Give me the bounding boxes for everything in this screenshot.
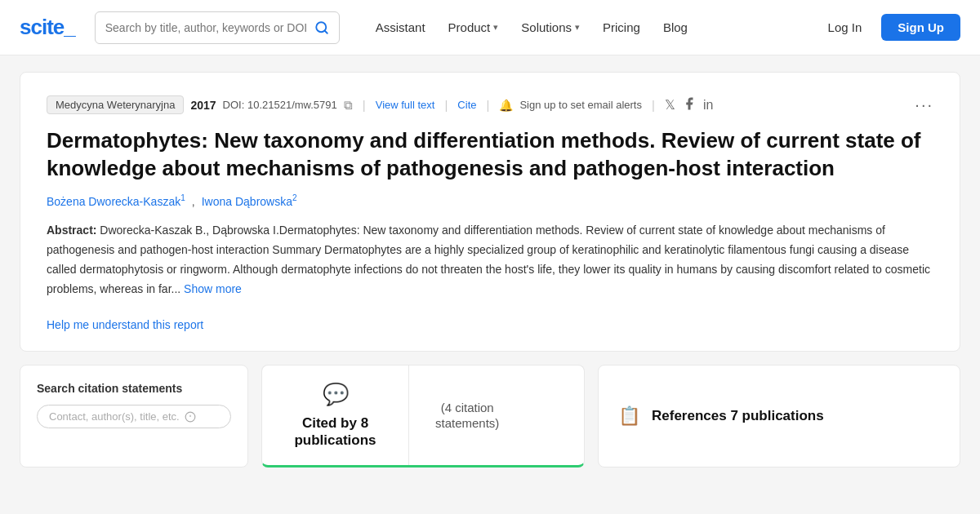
- panel-refs[interactable]: 📋 References 7 publications: [598, 365, 960, 467]
- paper-year: 2017: [190, 99, 216, 112]
- chevron-down-icon: ▾: [575, 22, 580, 33]
- bottom-panels: Search citation statements Contact, auth…: [20, 365, 960, 467]
- search-citations-title: Search citation statements: [37, 382, 231, 395]
- navbar: scite_ Assistant Product ▾ Solutions ▾ P…: [0, 0, 980, 55]
- twitter-icon[interactable]: 𝕏: [665, 97, 675, 113]
- panel-search: Search citation statements Contact, auth…: [20, 365, 248, 467]
- paper-title: Dermatophytes: New taxonomy and differen…: [47, 127, 933, 183]
- nav-label-blog: Blog: [663, 20, 688, 34]
- copy-icon[interactable]: ⧉: [344, 98, 353, 113]
- author-name-1: Bożena Dworecka-Kaszak: [47, 195, 180, 208]
- social-icons: 𝕏 in: [665, 96, 713, 114]
- author-sup-2: 2: [292, 194, 297, 203]
- nav-label-solutions: Solutions: [521, 20, 572, 34]
- facebook-icon[interactable]: [682, 96, 697, 114]
- search-bar[interactable]: [95, 11, 340, 44]
- nav-item-assistant[interactable]: Assistant: [366, 16, 435, 39]
- more-options-button[interactable]: ···: [915, 95, 933, 114]
- paper-card: Medycyna Weterynaryjna 2017 DOI: 10.2152…: [20, 72, 960, 352]
- nav-item-blog[interactable]: Blog: [653, 16, 697, 39]
- cited-statements: (4 citation statements): [409, 366, 525, 465]
- abstract-text: Abstract: Dworecka-Kaszak B., Dąbrowska …: [47, 221, 933, 299]
- abstract-label: Abstract:: [47, 224, 96, 237]
- info-icon: [185, 411, 196, 423]
- cite-link[interactable]: Cite: [457, 99, 476, 111]
- journal-badge: Medycyna Weterynaryjna: [47, 95, 184, 114]
- nav-label-assistant: Assistant: [376, 20, 425, 34]
- alert-text: Sign up to set email alerts: [519, 99, 642, 111]
- logo[interactable]: scite_: [20, 15, 75, 40]
- nav-item-pricing[interactable]: Pricing: [593, 16, 650, 39]
- author-link-2[interactable]: Iwona Dąbrowska2: [202, 195, 297, 208]
- logo-text: scite_: [20, 15, 75, 39]
- nav-item-solutions[interactable]: Solutions ▾: [511, 16, 590, 39]
- paper-meta: Medycyna Weterynaryjna 2017 DOI: 10.2152…: [47, 95, 933, 114]
- bell-icon: 🔔: [499, 99, 513, 112]
- nav-links: Assistant Product ▾ Solutions ▾ Pricing …: [366, 16, 808, 39]
- view-full-text-link[interactable]: View full text: [376, 99, 435, 111]
- svg-line-1: [324, 30, 327, 33]
- panel-cited[interactable]: 💬 Cited by 8publications (4 citation sta…: [261, 365, 585, 467]
- help-link[interactable]: Help me understand this report: [47, 318, 203, 331]
- abstract-body: Dworecka-Kaszak B., Dąbrowska I.Dermatop…: [47, 224, 930, 295]
- author-name-2: Iwona Dąbrowska: [202, 195, 292, 208]
- citation-search-placeholder: Contact, author(s), title, etc.: [49, 410, 180, 423]
- refs-label: References 7 publications: [652, 408, 824, 424]
- nav-item-product[interactable]: Product ▾: [439, 16, 509, 39]
- citation-search-input[interactable]: Contact, author(s), title, etc.: [37, 405, 231, 428]
- author-sup-1: 1: [180, 194, 185, 203]
- paper-doi: DOI: 10.21521/mw.5791: [223, 99, 337, 111]
- chat-icon: 💬: [323, 382, 349, 407]
- document-icon: 📋: [618, 405, 640, 427]
- statement-count: (4 citation statements): [435, 400, 499, 432]
- author-link-1[interactable]: Bożena Dworecka-Kaszak1: [47, 195, 189, 208]
- chevron-down-icon: ▾: [493, 22, 498, 33]
- nav-right: Log In Sign Up: [815, 14, 960, 41]
- main-content: Medycyna Weterynaryjna 2017 DOI: 10.2152…: [0, 55, 980, 484]
- linkedin-icon[interactable]: in: [703, 98, 713, 113]
- signup-button[interactable]: Sign Up: [881, 14, 960, 41]
- nav-label-pricing: Pricing: [603, 20, 640, 34]
- cited-main: 💬 Cited by 8publications: [262, 366, 409, 465]
- cited-label: Cited by 8publications: [294, 415, 376, 449]
- nav-label-product: Product: [448, 20, 491, 34]
- show-more-link[interactable]: Show more: [184, 282, 242, 295]
- search-input[interactable]: [105, 21, 310, 34]
- search-icon: [314, 20, 329, 35]
- login-button[interactable]: Log In: [815, 15, 875, 40]
- paper-authors: Bożena Dworecka-Kaszak1 , Iwona Dąbrowsk…: [47, 194, 933, 209]
